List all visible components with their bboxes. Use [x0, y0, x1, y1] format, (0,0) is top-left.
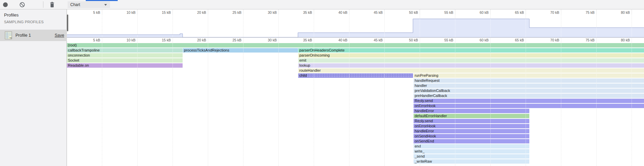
ruler-tick: 30 kB: [257, 38, 277, 42]
ruler-tick: 15 kB: [151, 10, 171, 14]
flame-segment[interactable]: onSendEnd: [413, 139, 529, 143]
flame-segment[interactable]: (root): [67, 43, 644, 47]
gridline-dots: [314, 15, 314, 166]
sidebar-title: Profiles: [4, 12, 18, 18]
gridline-dots: [420, 15, 420, 166]
gridline-dots: [596, 15, 597, 166]
flame-segment[interactable]: Socket: [67, 58, 183, 63]
save-profile-link[interactable]: Save: [55, 30, 65, 41]
ruler-tick: 60 kB: [468, 10, 489, 14]
ruler-tick: 45 kB: [363, 38, 383, 42]
flame-segment[interactable]: write_: [413, 149, 529, 154]
flame-segment[interactable]: onErrorHook: [413, 104, 644, 108]
flame-segment[interactable]: parserOnHeadersComplete: [298, 48, 644, 53]
ruler-tick: 15 kB: [151, 38, 171, 42]
gridline-dots: [102, 15, 102, 166]
active-tab-underline: [86, 0, 118, 1]
gridline-dots: [137, 15, 138, 166]
flame-segment[interactable]: parserOnIncoming: [298, 53, 644, 58]
gridline-dots: [384, 15, 385, 166]
gridline-dots: [561, 15, 561, 166]
delete-profile-icon[interactable]: [49, 2, 55, 8]
ruler-tick: 10 kB: [115, 10, 136, 14]
gridline-dots: [243, 15, 243, 166]
record-icon[interactable]: [3, 2, 8, 7]
flame-segment[interactable]: handleRequest: [413, 78, 644, 83]
svg-text:%: %: [9, 36, 12, 39]
flame-segment[interactable]: Readable.on: [67, 63, 183, 68]
ruler-tick: 50 kB: [398, 10, 418, 14]
flame-segment[interactable]: end: [413, 144, 529, 148]
ruler-tick: 35 kB: [292, 38, 312, 42]
ruler-tick: 60 kB: [468, 38, 489, 42]
gridline-dots: [349, 15, 349, 166]
devtools-profiler: Chart Profiles SAMPLING PROFILES % Pro: [0, 0, 644, 166]
ruler-tick: 20 kB: [186, 38, 206, 42]
overview-area-path: [67, 19, 644, 37]
gridline-dots: [632, 15, 632, 166]
ruler-tick: 20 kB: [186, 10, 206, 14]
sampling-profiles-section-label: SAMPLING PROFILES: [4, 20, 44, 24]
flame-segment[interactable]: _send: [413, 154, 529, 159]
ruler-tick: 55 kB: [433, 10, 453, 14]
chevron-down-icon: [104, 4, 107, 6]
ruler-tick: 30 kB: [257, 10, 277, 14]
view-mode-select[interactable]: Chart: [68, 1, 110, 8]
ruler-tick: 35 kB: [292, 10, 312, 14]
profile-document-icon: %: [5, 31, 12, 39]
flame-segment[interactable]: defaultErrorHandler: [413, 114, 529, 118]
gridline-dots: [278, 15, 279, 166]
ruler-tick: 65 kB: [504, 10, 524, 14]
flame-segment[interactable]: runPreParsing: [413, 73, 644, 78]
profile-name: Profile 1: [15, 30, 31, 41]
ruler-tick: 55 kB: [433, 38, 453, 42]
ruler-tick: 65 kB: [504, 38, 524, 42]
toolbar-separator: [43, 1, 43, 8]
view-mode-label: Chart: [70, 2, 80, 7]
gridline-dots: [526, 15, 526, 166]
flame-segment[interactable]: handleError: [413, 109, 529, 113]
flame-segment[interactable]: Reply.send: [413, 119, 529, 123]
gridline-dots: [490, 15, 491, 166]
flame-segment[interactable]: onErrorHook: [413, 124, 529, 128]
ruler-tick: 70 kB: [539, 10, 559, 14]
ruler-tick: 40 kB: [327, 10, 347, 14]
profile-list-item[interactable]: % Profile 1 Save: [0, 30, 67, 41]
flame-segment[interactable]: onSendHook: [413, 134, 529, 138]
flame-segment[interactable]: handleError: [413, 129, 529, 133]
ruler-tick: 25 kB: [221, 38, 241, 42]
toolbar: Chart: [0, 0, 644, 9]
ruler-tick: 70 kB: [539, 38, 559, 42]
overview-area[interactable]: [67, 15, 644, 37]
flame-segment[interactable]: child: [298, 73, 413, 78]
ruler-tick: 80 kB: [610, 10, 630, 14]
gridline-dots: [173, 15, 173, 166]
flame-segment[interactable]: handler: [413, 84, 644, 88]
flame-segment[interactable]: processTicksAndRejections: [183, 48, 298, 53]
ruler-tick: 80 kB: [610, 38, 630, 42]
flame-segment[interactable]: Reply.send: [413, 99, 644, 103]
flame-segment[interactable]: lookup: [298, 63, 644, 68]
ruler-tick: 75 kB: [574, 38, 595, 42]
gridline-dots: [208, 15, 208, 166]
flame-segment[interactable]: _writeRaw: [413, 159, 529, 164]
sidebar: Profiles SAMPLING PROFILES % Profile 1 S…: [0, 9, 67, 166]
flame-segment[interactable]: preValidationCallback: [413, 89, 644, 93]
flame-pane: 5 kB5 kB10 kB10 kB15 kB15 kB20 kB20 kB25…: [67, 9, 644, 166]
overview-handle[interactable]: [67, 14, 68, 31]
overview-bottom-divider: [67, 37, 644, 38]
ruler-tick: 25 kB: [221, 10, 241, 14]
flame-segment[interactable]: callbackTrampoline: [67, 48, 183, 53]
ruler-tick: 5 kB: [80, 38, 100, 42]
ruler-tick: 5 kB: [80, 10, 100, 14]
ruler-tick: 75 kB: [574, 10, 595, 14]
ruler-tick: 40 kB: [327, 38, 347, 42]
flame-segment[interactable]: onconnection: [67, 53, 183, 58]
flame-segment[interactable]: emit: [298, 58, 644, 63]
gridline-dots: [455, 15, 455, 166]
clear-all-icon[interactable]: [19, 2, 25, 8]
ruler-tick: 50 kB: [398, 38, 418, 42]
flame-segment[interactable]: preHandlerCallback: [413, 94, 644, 98]
flame-segment[interactable]: routeHandler: [298, 68, 644, 73]
ruler-tick: 45 kB: [363, 10, 383, 14]
